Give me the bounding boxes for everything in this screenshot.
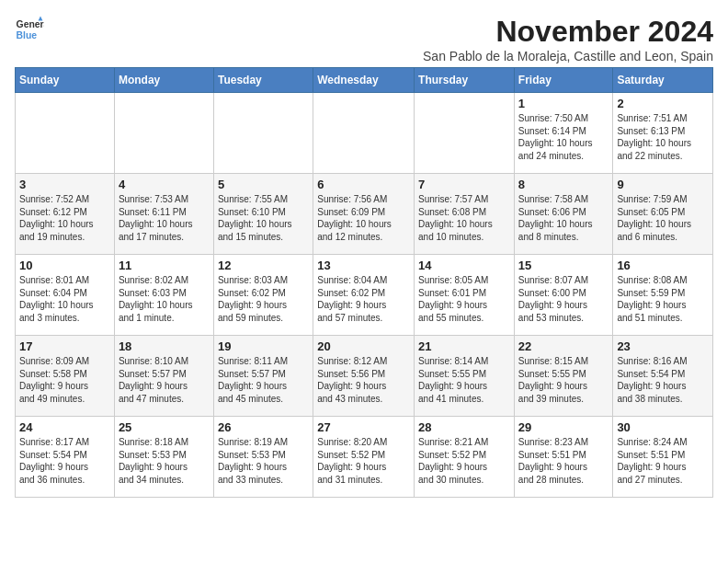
day-info: Sunrise: 8:03 AM Sunset: 6:02 PM Dayligh…	[218, 274, 309, 324]
calendar-table: SundayMondayTuesdayWednesdayThursdayFrid…	[15, 67, 713, 498]
day-info: Sunrise: 7:50 AM Sunset: 6:14 PM Dayligh…	[518, 112, 609, 162]
day-info: Sunrise: 8:01 AM Sunset: 6:04 PM Dayligh…	[19, 274, 110, 324]
day-number: 7	[418, 178, 510, 191]
calendar-cell: 22Sunrise: 8:15 AM Sunset: 5:55 PM Dayli…	[514, 336, 613, 417]
day-info: Sunrise: 8:11 AM Sunset: 5:57 PM Dayligh…	[218, 355, 309, 405]
day-info: Sunrise: 8:23 AM Sunset: 5:51 PM Dayligh…	[518, 436, 609, 486]
calendar-cell: 16Sunrise: 8:08 AM Sunset: 5:59 PM Dayli…	[613, 255, 713, 336]
title-area: November 2024 San Pablo de la Moraleja, …	[423, 15, 713, 63]
svg-text:Blue: Blue	[17, 30, 38, 40]
day-info: Sunrise: 8:24 AM Sunset: 5:51 PM Dayligh…	[617, 436, 709, 486]
weekday-header: Wednesday	[313, 68, 415, 93]
subtitle: San Pablo de la Moraleja, Castille and L…	[423, 49, 713, 63]
day-number: 25	[119, 420, 210, 434]
day-number: 21	[418, 339, 510, 353]
day-info: Sunrise: 7:56 AM Sunset: 6:09 PM Dayligh…	[317, 193, 410, 243]
day-info: Sunrise: 7:55 AM Sunset: 6:10 PM Dayligh…	[218, 193, 309, 243]
calendar-cell: 13Sunrise: 8:04 AM Sunset: 6:02 PM Dayli…	[313, 255, 415, 336]
day-number: 20	[317, 339, 410, 353]
day-number: 28	[418, 420, 510, 434]
weekday-header: Monday	[114, 68, 213, 93]
day-info: Sunrise: 8:20 AM Sunset: 5:52 PM Dayligh…	[317, 436, 410, 486]
calendar-week-row: 1Sunrise: 7:50 AM Sunset: 6:14 PM Daylig…	[16, 93, 713, 174]
day-number: 26	[218, 420, 309, 434]
calendar-cell: 10Sunrise: 8:01 AM Sunset: 6:04 PM Dayli…	[16, 255, 115, 336]
calendar-cell: 2Sunrise: 7:51 AM Sunset: 6:13 PM Daylig…	[613, 93, 713, 174]
day-number: 9	[617, 178, 709, 191]
calendar-cell: 17Sunrise: 8:09 AM Sunset: 5:58 PM Dayli…	[16, 336, 115, 417]
day-info: Sunrise: 8:08 AM Sunset: 5:59 PM Dayligh…	[617, 274, 709, 324]
day-info: Sunrise: 8:21 AM Sunset: 5:52 PM Dayligh…	[418, 436, 510, 486]
weekday-header: Sunday	[16, 68, 115, 93]
day-number: 29	[518, 420, 609, 434]
day-number: 30	[617, 420, 709, 434]
calendar-cell: 26Sunrise: 8:19 AM Sunset: 5:53 PM Dayli…	[213, 417, 313, 498]
calendar-cell: 12Sunrise: 8:03 AM Sunset: 6:02 PM Dayli…	[213, 255, 313, 336]
calendar-cell: 23Sunrise: 8:16 AM Sunset: 5:54 PM Dayli…	[613, 336, 713, 417]
calendar-cell: 11Sunrise: 8:02 AM Sunset: 6:03 PM Dayli…	[114, 255, 213, 336]
day-number: 15	[518, 259, 609, 272]
calendar-cell: 6Sunrise: 7:56 AM Sunset: 6:09 PM Daylig…	[313, 174, 415, 255]
weekday-header: Tuesday	[213, 68, 313, 93]
calendar-week-row: 3Sunrise: 7:52 AM Sunset: 6:12 PM Daylig…	[16, 174, 713, 255]
calendar-week-row: 17Sunrise: 8:09 AM Sunset: 5:58 PM Dayli…	[16, 336, 713, 417]
day-number: 13	[317, 259, 410, 272]
day-info: Sunrise: 7:59 AM Sunset: 6:05 PM Dayligh…	[617, 193, 709, 243]
day-number: 16	[617, 259, 709, 272]
month-title: November 2024	[423, 15, 713, 49]
calendar-cell: 14Sunrise: 8:05 AM Sunset: 6:01 PM Dayli…	[415, 255, 515, 336]
day-number: 8	[518, 178, 609, 191]
calendar-cell	[114, 93, 213, 174]
calendar-cell: 3Sunrise: 7:52 AM Sunset: 6:12 PM Daylig…	[16, 174, 115, 255]
svg-marker-2	[39, 17, 43, 21]
header: General Blue November 2024 San Pablo de …	[15, 15, 713, 63]
day-number: 18	[119, 339, 210, 353]
weekday-header: Saturday	[613, 68, 713, 93]
calendar-cell: 21Sunrise: 8:14 AM Sunset: 5:55 PM Dayli…	[415, 336, 515, 417]
day-info: Sunrise: 7:58 AM Sunset: 6:06 PM Dayligh…	[518, 193, 609, 243]
day-info: Sunrise: 8:12 AM Sunset: 5:56 PM Dayligh…	[317, 355, 410, 405]
calendar-cell: 4Sunrise: 7:53 AM Sunset: 6:11 PM Daylig…	[114, 174, 213, 255]
day-info: Sunrise: 8:19 AM Sunset: 5:53 PM Dayligh…	[218, 436, 309, 486]
calendar-cell: 24Sunrise: 8:17 AM Sunset: 5:54 PM Dayli…	[16, 417, 115, 498]
day-number: 27	[317, 420, 410, 434]
calendar-cell: 28Sunrise: 8:21 AM Sunset: 5:52 PM Dayli…	[415, 417, 515, 498]
weekday-header: Friday	[514, 68, 613, 93]
calendar-cell: 1Sunrise: 7:50 AM Sunset: 6:14 PM Daylig…	[514, 93, 613, 174]
calendar-cell: 29Sunrise: 8:23 AM Sunset: 5:51 PM Dayli…	[514, 417, 613, 498]
day-number: 1	[518, 97, 609, 110]
day-info: Sunrise: 8:18 AM Sunset: 5:53 PM Dayligh…	[119, 436, 210, 486]
calendar-week-row: 24Sunrise: 8:17 AM Sunset: 5:54 PM Dayli…	[16, 417, 713, 498]
day-info: Sunrise: 7:51 AM Sunset: 6:13 PM Dayligh…	[617, 112, 709, 162]
day-info: Sunrise: 8:02 AM Sunset: 6:03 PM Dayligh…	[119, 274, 210, 324]
day-number: 11	[119, 259, 210, 272]
day-number: 19	[218, 339, 309, 353]
weekday-header-row: SundayMondayTuesdayWednesdayThursdayFrid…	[16, 68, 713, 93]
day-info: Sunrise: 8:16 AM Sunset: 5:54 PM Dayligh…	[617, 355, 709, 405]
day-number: 6	[317, 178, 410, 191]
day-info: Sunrise: 7:52 AM Sunset: 6:12 PM Dayligh…	[19, 193, 110, 243]
day-number: 10	[19, 259, 110, 272]
day-number: 22	[518, 339, 609, 353]
calendar-cell	[16, 93, 115, 174]
calendar-cell: 7Sunrise: 7:57 AM Sunset: 6:08 PM Daylig…	[415, 174, 515, 255]
day-number: 12	[218, 259, 309, 272]
day-info: Sunrise: 7:53 AM Sunset: 6:11 PM Dayligh…	[119, 193, 210, 243]
day-info: Sunrise: 8:10 AM Sunset: 5:57 PM Dayligh…	[119, 355, 210, 405]
day-info: Sunrise: 8:09 AM Sunset: 5:58 PM Dayligh…	[19, 355, 110, 405]
calendar-cell: 25Sunrise: 8:18 AM Sunset: 5:53 PM Dayli…	[114, 417, 213, 498]
logo-icon: General Blue	[15, 15, 44, 44]
day-number: 3	[19, 178, 110, 191]
calendar-cell	[415, 93, 515, 174]
day-number: 14	[418, 259, 510, 272]
day-number: 24	[19, 420, 110, 434]
calendar-cell: 8Sunrise: 7:58 AM Sunset: 6:06 PM Daylig…	[514, 174, 613, 255]
day-number: 23	[617, 339, 709, 353]
svg-text:General: General	[17, 19, 44, 29]
calendar-cell	[313, 93, 415, 174]
day-info: Sunrise: 8:07 AM Sunset: 6:00 PM Dayligh…	[518, 274, 609, 324]
day-number: 5	[218, 178, 309, 191]
calendar-cell: 18Sunrise: 8:10 AM Sunset: 5:57 PM Dayli…	[114, 336, 213, 417]
calendar-cell: 9Sunrise: 7:59 AM Sunset: 6:05 PM Daylig…	[613, 174, 713, 255]
day-info: Sunrise: 7:57 AM Sunset: 6:08 PM Dayligh…	[418, 193, 510, 243]
